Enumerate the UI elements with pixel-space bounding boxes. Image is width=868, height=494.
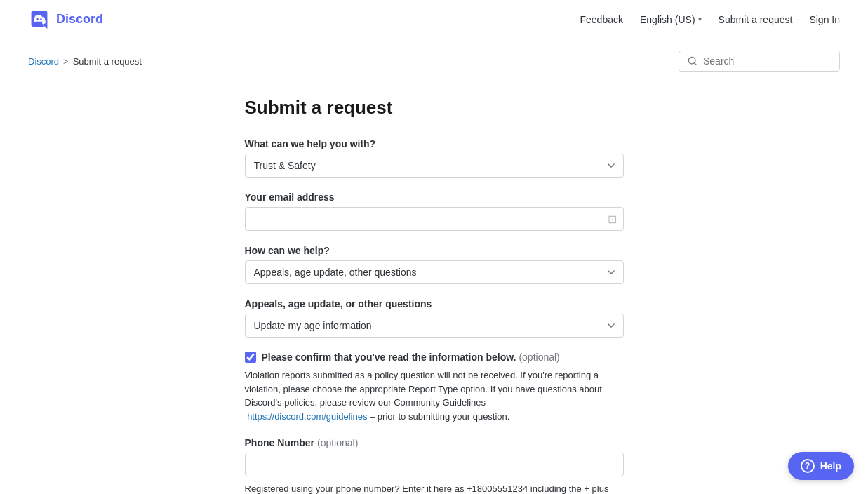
- confirm-info-text: Violation reports submitted as a policy …: [245, 368, 624, 423]
- how-help-label: How can we help?: [245, 245, 624, 256]
- main-content: Submit a request What can we help you wi…: [217, 83, 652, 494]
- email-label: Your email address: [245, 192, 624, 203]
- sub-topic-select[interactable]: Update my age information Appeal a ban O…: [245, 314, 624, 338]
- top-nav: Feedback English (US) ▾ Submit a request…: [580, 14, 840, 25]
- chevron-down-icon: ▾: [698, 15, 702, 23]
- feedback-link[interactable]: Feedback: [580, 14, 622, 25]
- confirm-checkbox[interactable]: [245, 352, 256, 363]
- help-icon: ?: [801, 459, 815, 473]
- confirm-checkbox-group: Please confirm that you've read the info…: [245, 352, 624, 363]
- search-bar[interactable]: [679, 51, 840, 72]
- breadcrumb-current: Submit a request: [73, 56, 142, 67]
- confirm-optional: (optional): [519, 352, 559, 363]
- how-help-group: How can we help? Appeals, age update, ot…: [245, 245, 624, 284]
- confirm-checkbox-label[interactable]: Please confirm that you've read the info…: [245, 352, 624, 363]
- email-autofill-icon: ⊡: [608, 213, 617, 226]
- how-help-select[interactable]: Appeals, age update, other questions Rep…: [245, 260, 624, 284]
- page-title: Submit a request: [245, 97, 624, 119]
- sub-topic-group: Appeals, age update, or other questions …: [245, 298, 624, 338]
- breadcrumb-home-link[interactable]: Discord: [28, 56, 59, 67]
- email-group: Your email address ⊡: [245, 192, 624, 231]
- search-icon: [688, 56, 697, 66]
- breadcrumb: Discord > Submit a request: [28, 56, 142, 67]
- help-topic-group: What can we help you with? Trust & Safet…: [245, 138, 624, 178]
- guidelines-link[interactable]: https://discord.com/guidelines: [247, 411, 367, 422]
- breadcrumb-separator: >: [63, 56, 69, 67]
- email-input[interactable]: [245, 207, 624, 231]
- language-selector[interactable]: English (US) ▾: [640, 14, 702, 25]
- confirm-label-text: Please confirm that you've read the info…: [262, 352, 560, 363]
- help-topic-label: What can we help you with?: [245, 138, 624, 149]
- phone-group: Phone Number (optional) Registered using…: [245, 437, 624, 494]
- submit-request-link[interactable]: Submit a request: [719, 14, 793, 25]
- breadcrumb-bar: Discord > Submit a request: [0, 39, 868, 83]
- phone-input[interactable]: [245, 453, 624, 476]
- confirm-group: Please confirm that you've read the info…: [245, 352, 624, 423]
- help-button[interactable]: ? Help: [788, 452, 854, 480]
- phone-label: Phone Number (optional): [245, 437, 624, 448]
- sign-in-link[interactable]: Sign In: [809, 14, 840, 25]
- logo-link[interactable]: Discord: [28, 8, 103, 31]
- logo-text: Discord: [56, 12, 103, 27]
- language-label: English (US): [640, 14, 695, 25]
- discord-logo-icon: [28, 8, 51, 31]
- sub-topic-label: Appeals, age update, or other questions: [245, 298, 624, 309]
- email-input-wrapper: ⊡: [245, 207, 624, 231]
- phone-hint-text: Registered using your phone number? Ente…: [245, 482, 624, 494]
- help-topic-select[interactable]: Trust & Safety General Help Billing Othe…: [245, 154, 624, 178]
- site-header: Discord Feedback English (US) ▾ Submit a…: [0, 0, 868, 39]
- search-input[interactable]: [703, 55, 831, 67]
